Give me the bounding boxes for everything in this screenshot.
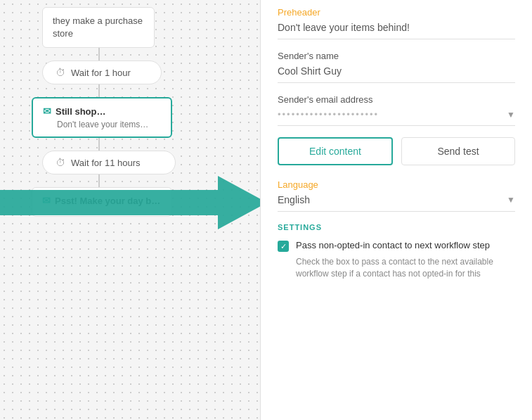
wait-1-label: Wait for 1 hour: [71, 68, 131, 78]
right-panel: Preheader Don't leave your items behind!…: [260, 0, 532, 420]
email-card-1[interactable]: ✉ Still shop… Don't leave your items…: [32, 97, 172, 138]
preheader-section: Preheader Don't leave your items behind!: [278, 7, 515, 39]
senders-email-chevron[interactable]: ▼: [507, 110, 515, 120]
left-panel: they make a purchase store ⏱ Wait for 1 …: [0, 0, 260, 420]
language-chevron[interactable]: ▼: [507, 195, 515, 205]
email-icon-1: ✉: [43, 106, 51, 117]
clock-icon-1: ⏱: [56, 67, 65, 78]
wait-2-label: Wait for 11 hours: [71, 158, 141, 168]
opt-in-checkbox-row: ✓ Pass non-opted-in contact to next work…: [278, 240, 515, 252]
purchase-card-store: store: [53, 28, 73, 39]
clock-icon-2: ⏱: [56, 157, 65, 168]
connector-2: [98, 84, 100, 97]
email-1-subtitle: Don't leave your items…: [43, 120, 161, 129]
purchase-card-text: they make a purchase: [53, 15, 143, 26]
connector-1: [98, 48, 100, 61]
opt-in-checkbox-desc: Check the box to pass a contact to the n…: [296, 256, 515, 280]
email-1-title: Still shop…: [56, 106, 106, 117]
svg-marker-0: [0, 176, 260, 229]
senders-email-blurred: ••••••••••••••••••••••: [278, 109, 379, 120]
senders-name-value: Cool Shirt Guy: [278, 65, 515, 83]
senders-email-label: Sender's email address: [278, 94, 515, 105]
edit-content-button[interactable]: Edit content: [278, 137, 393, 165]
senders-name-section: Sender's name Cool Shirt Guy: [278, 51, 515, 83]
settings-section-label: SETTINGS: [278, 223, 515, 231]
arrow-indicator: [0, 176, 260, 235]
action-buttons-row: Edit content Send test: [278, 137, 515, 165]
wait-node-1[interactable]: ⏱ Wait for 1 hour: [42, 61, 162, 84]
wait-node-2[interactable]: ⏱ Wait for 11 hours: [42, 151, 176, 174]
language-section: Language English ▼: [278, 179, 515, 212]
preheader-value: Don't leave your items behind!: [278, 22, 515, 39]
language-value: English: [278, 194, 310, 205]
send-test-button[interactable]: Send test: [401, 137, 515, 165]
email-card-1-header: ✉ Still shop…: [43, 106, 161, 117]
senders-email-dropdown[interactable]: •••••••••••••••••••••• ▼: [278, 109, 515, 126]
purchase-card: they make a purchase store: [42, 7, 155, 48]
senders-email-section: Sender's email address •••••••••••••••••…: [278, 94, 515, 126]
preheader-label: Preheader: [278, 7, 515, 18]
settings-section: SETTINGS ✓ Pass non-opted-in contact to …: [278, 223, 515, 280]
opt-in-checkbox[interactable]: ✓: [278, 241, 289, 252]
connector-3: [98, 138, 100, 151]
senders-name-label: Sender's name: [278, 51, 515, 61]
opt-in-checkbox-label: Pass non-opted-in contact to next workfl…: [296, 240, 490, 250]
language-dropdown[interactable]: English ▼: [278, 194, 515, 212]
checkbox-checkmark: ✓: [280, 242, 287, 251]
language-label: Language: [278, 179, 515, 190]
